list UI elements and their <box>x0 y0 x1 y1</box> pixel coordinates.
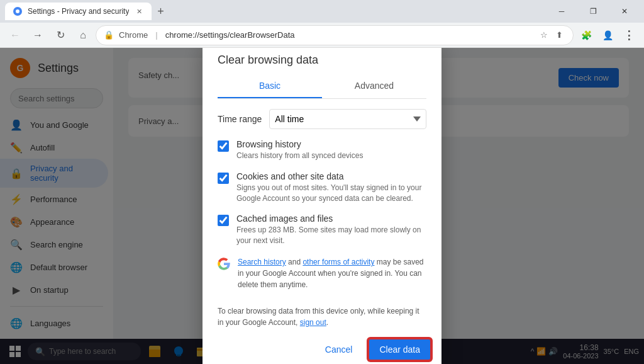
cached-images-item: Cached images and files Frees up 283 MB.… <box>218 213 426 246</box>
cookies-title: Cookies and other site data <box>236 171 426 181</box>
nav-right-buttons: 🧩 👤 ⋮ <box>576 25 639 45</box>
content-area: G Settings 👤 You and Google ✏️ Autofill … <box>0 48 644 364</box>
modal-backdrop: Clear browsing data Basic Advanced Time … <box>0 48 644 364</box>
dialog-footer-text: To clear browsing data from this device … <box>203 305 441 333</box>
cookies-desc: Signs you out of most sites. You'll stay… <box>236 183 426 204</box>
google-logo-icon <box>218 258 230 270</box>
address-bar[interactable]: 🔒 Chrome | chrome://settings/clearBrowse… <box>96 25 574 45</box>
cached-desc: Frees up 283 MB. Some sites may load mor… <box>236 225 426 246</box>
address-icons: ☆ ⬆ <box>538 29 565 42</box>
tab-area: Settings - Privacy and security ✕ + <box>5 3 542 20</box>
minimize-button[interactable]: ─ <box>547 3 576 20</box>
browsing-history-desc: Clears history from all synced devices <box>236 151 426 161</box>
cached-checkbox-wrap <box>218 213 229 229</box>
cancel-button[interactable]: Cancel <box>314 338 364 361</box>
reload-button[interactable]: ↻ <box>50 25 70 45</box>
clear-browsing-dialog: Clear browsing data Basic Advanced Time … <box>203 48 441 364</box>
google-activity-text: Search history and other forms of activi… <box>238 256 426 290</box>
cookies-checkbox-wrap <box>218 171 229 186</box>
google-activity-row: Search history and other forms of activi… <box>218 256 426 290</box>
title-bar: Settings - Privacy and security ✕ + ─ ❐ … <box>0 0 644 23</box>
search-history-link[interactable]: Search history <box>238 258 286 266</box>
time-range-select[interactable]: All time Last hour Last 24 hours Last 7 … <box>269 109 426 129</box>
time-range-label: Time range <box>218 114 262 124</box>
browsing-history-content: Browsing history Clears history from all… <box>236 139 426 161</box>
tab-basic[interactable]: Basic <box>218 74 322 98</box>
close-button[interactable]: ✕ <box>610 3 639 20</box>
forward-button[interactable]: → <box>28 25 48 45</box>
browsing-history-checkbox[interactable] <box>218 140 229 152</box>
dialog-title: Clear browsing data <box>203 48 441 67</box>
nav-bar: ← → ↻ ⌂ 🔒 Chrome | chrome://settings/cle… <box>0 23 644 48</box>
extensions-button[interactable]: 🧩 <box>576 25 596 45</box>
home-button[interactable]: ⌂ <box>73 25 93 45</box>
svg-point-1 <box>16 9 19 13</box>
tab-favicon <box>13 6 23 16</box>
dialog-tabs: Basic Advanced <box>218 74 426 99</box>
browsing-history-title: Browsing history <box>236 139 426 149</box>
menu-button[interactable]: ⋮ <box>619 25 639 45</box>
clear-data-button[interactable]: Clear data <box>368 338 431 361</box>
cookies-checkbox[interactable] <box>218 173 229 184</box>
cookies-item: Cookies and other site data Signs you ou… <box>218 171 426 204</box>
footer-period: . <box>326 318 328 327</box>
bookmark-icon[interactable]: ☆ <box>538 29 550 42</box>
sign-out-link[interactable]: sign out <box>300 318 326 327</box>
cached-content: Cached images and files Frees up 283 MB.… <box>236 213 426 246</box>
other-activity-link[interactable]: other forms of activity <box>303 258 374 266</box>
url-separator: | <box>155 30 157 40</box>
share-icon[interactable]: ⬆ <box>553 29 565 42</box>
tab-advanced[interactable]: Advanced <box>322 74 426 98</box>
new-tab-button[interactable]: + <box>152 3 169 20</box>
browser-tab[interactable]: Settings - Privacy and security ✕ <box>5 3 152 20</box>
browsing-history-checkbox-wrap <box>218 139 229 154</box>
url-text: chrome://settings/clearBrowserData <box>165 30 533 40</box>
dialog-body: Time range All time Last hour Last 24 ho… <box>203 99 441 305</box>
profile-button[interactable]: 👤 <box>597 25 618 45</box>
security-icon: 🔒 <box>104 30 114 40</box>
tab-close-button[interactable]: ✕ <box>134 6 144 16</box>
cached-checkbox[interactable] <box>218 215 229 226</box>
time-range-row: Time range All time Last hour Last 24 ho… <box>218 109 426 129</box>
cookies-content: Cookies and other site data Signs you ou… <box>236 171 426 204</box>
tab-title: Settings - Privacy and security <box>28 7 129 16</box>
browser-frame: Settings - Privacy and security ✕ + ─ ❐ … <box>0 0 644 364</box>
dialog-actions: Cancel Clear data <box>203 333 441 364</box>
window-controls: ─ ❐ ✕ <box>547 3 639 20</box>
restore-button[interactable]: ❐ <box>579 3 608 20</box>
url-prefix: Chrome <box>119 30 148 40</box>
and-text: and <box>286 258 303 266</box>
back-button[interactable]: ← <box>5 25 25 45</box>
cached-title: Cached images and files <box>236 213 426 224</box>
browsing-history-item: Browsing history Clears history from all… <box>218 139 426 161</box>
